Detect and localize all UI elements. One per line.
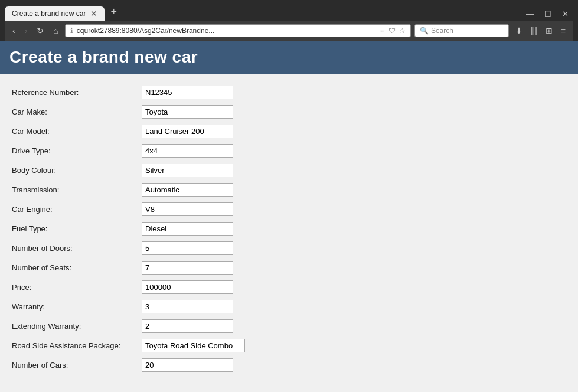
toolbar-icons: ⬇ ||| ⊞ ≡	[512, 25, 569, 37]
form-row: Warranty:	[12, 300, 566, 313]
page-title: Create a brand new car	[9, 48, 569, 67]
reference-number-input[interactable]	[142, 86, 233, 99]
form-row: Car Engine:	[12, 202, 566, 216]
bookmark-icon[interactable]: ☆	[399, 27, 406, 35]
form-label: Number of Doors:	[12, 244, 142, 253]
tab-close-button[interactable]: ✕	[90, 9, 97, 18]
form-row: Road Side Assistance Package:	[12, 339, 566, 352]
refresh-button[interactable]: ↻	[34, 25, 47, 37]
security-icon: ℹ	[70, 27, 73, 35]
page-content: Create a brand new car Reference Number:…	[0, 41, 578, 392]
more-button[interactable]: ···	[379, 27, 385, 35]
price-input[interactable]	[142, 280, 233, 294]
extending-warranty-input[interactable]	[142, 319, 233, 333]
form-row: Car Make:	[12, 105, 566, 119]
tab-bar: Create a brand new car ✕ + — ☐ ✕	[5, 4, 573, 21]
form-label: Drive Type:	[12, 146, 142, 155]
form-row: Fuel Type:	[12, 222, 566, 236]
transmission-input[interactable]	[142, 183, 233, 197]
road-side-input[interactable]	[142, 339, 245, 352]
forward-button[interactable]: ›	[22, 25, 31, 37]
search-placeholder: Search	[431, 27, 453, 35]
tab-title: Create a brand new car	[12, 9, 86, 18]
search-icon: 🔍	[420, 27, 429, 35]
form-row: Price:	[12, 280, 566, 294]
form-row: Transmission:	[12, 183, 566, 197]
number-of-seats-input[interactable]	[142, 261, 233, 275]
form-label: Reference Number:	[12, 88, 142, 97]
number-of-doors-input[interactable]	[142, 241, 233, 255]
form-label: Transmission:	[12, 185, 142, 194]
drive-type-input[interactable]	[142, 144, 233, 158]
form-label: Car Engine:	[12, 205, 142, 214]
form-label: Extending Warranty:	[12, 322, 142, 331]
minimize-button[interactable]: —	[521, 7, 538, 21]
maximize-button[interactable]: ☐	[540, 7, 556, 21]
bookmarks-button[interactable]: |||	[528, 25, 540, 37]
fuel-type-input[interactable]	[142, 222, 233, 236]
address-text: cqurokt27889:8080/Asg2Car/newBrandne...	[77, 27, 375, 35]
address-bar[interactable]: ℹ cqurokt27889:8080/Asg2Car/newBrandne..…	[65, 24, 411, 37]
form-row: Number of Cars:	[12, 358, 566, 372]
form-row: Body Colour:	[12, 164, 566, 177]
form-row: Number of Doors:	[12, 241, 566, 255]
layout-button[interactable]: ⊞	[543, 25, 556, 37]
menu-button[interactable]: ≡	[558, 25, 569, 37]
nav-bar: ‹ › ↻ ⌂ ℹ cqurokt27889:8080/Asg2Car/newB…	[5, 21, 573, 41]
warranty-input[interactable]	[142, 300, 233, 313]
page-header: Create a brand new car	[0, 41, 578, 74]
form-section: Reference Number:Car Make:Car Model:Driv…	[0, 74, 578, 390]
form-label: Number of Seats:	[12, 263, 142, 272]
form-row: Number of Seats:	[12, 261, 566, 275]
form-row: Extending Warranty:	[12, 319, 566, 333]
back-button[interactable]: ‹	[9, 25, 18, 37]
form-label: Number of Cars:	[12, 361, 142, 370]
home-button[interactable]: ⌂	[50, 25, 61, 37]
search-bar[interactable]: 🔍 Search	[414, 24, 509, 37]
body-colour-input[interactable]	[142, 164, 233, 177]
form-label: Road Side Assistance Package:	[12, 341, 142, 350]
car-model-input[interactable]	[142, 125, 233, 138]
address-icons: ··· 🛡 ☆	[379, 27, 406, 35]
form-row: Reference Number:	[12, 86, 566, 99]
new-tab-button[interactable]: +	[106, 4, 122, 21]
form-label: Body Colour:	[12, 166, 142, 175]
form-label: Price:	[12, 283, 142, 292]
car-engine-input[interactable]	[142, 202, 233, 216]
shield-icon: 🛡	[388, 27, 396, 35]
number-of-cars-input[interactable]	[142, 358, 233, 372]
browser-chrome: Create a brand new car ✕ + — ☐ ✕ ‹ › ↻ ⌂…	[0, 0, 578, 41]
car-make-input[interactable]	[142, 105, 233, 119]
window-close-button[interactable]: ✕	[557, 7, 573, 21]
submit-section: Create a Brand New Car	[0, 390, 578, 392]
form-label: Fuel Type:	[12, 224, 142, 233]
form-row: Car Model:	[12, 125, 566, 138]
download-button[interactable]: ⬇	[512, 25, 525, 37]
form-label: Car Make:	[12, 107, 142, 116]
form-label: Car Model:	[12, 127, 142, 136]
form-label: Warranty:	[12, 302, 142, 311]
form-row: Drive Type:	[12, 144, 566, 158]
active-tab[interactable]: Create a brand new car ✕	[5, 6, 105, 21]
